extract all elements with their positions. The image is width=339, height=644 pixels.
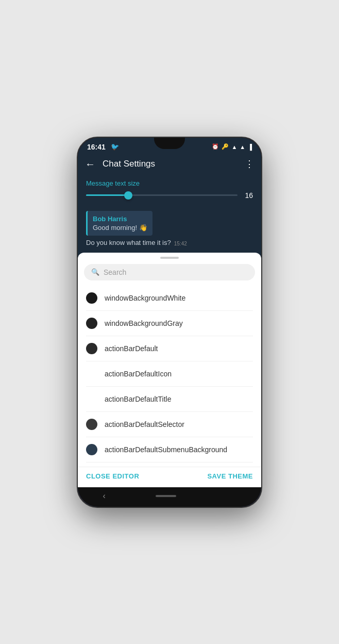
app-bar: ← Chat Settings ⋮ [78, 154, 261, 174]
status-time: 16:41 [87, 143, 106, 151]
theme-item-label: actionBarDefaultSubmenuBackground [105, 445, 227, 454]
save-theme-button[interactable]: SAVE THEME [207, 472, 253, 480]
theme-item-label: windowBackgroundWhite [105, 294, 185, 302]
slider-container: 16 [86, 191, 253, 200]
chat-plain-message: Do you know what time it is? [86, 239, 171, 246]
theme-item[interactable]: actionBarDefaultTitle [86, 387, 253, 412]
nav-bar: ‹ [78, 487, 261, 507]
sheet-handle [160, 257, 179, 259]
nav-back-button[interactable]: ‹ [103, 491, 105, 501]
color-dot [86, 318, 97, 329]
theme-item[interactable]: actionBarDefault [86, 336, 253, 361]
theme-item[interactable]: actionBarDefaultSubmenuItem [86, 463, 253, 467]
page-title: Chat Settings [103, 159, 245, 169]
section-label: Message text size [86, 179, 253, 187]
sheet-actions: CLOSE EDITOR SAVE THEME [78, 467, 261, 487]
search-icon: 🔍 [91, 268, 99, 276]
theme-item[interactable]: actionBarDefaultIcon [86, 361, 253, 387]
battery-icon: ▐ [248, 144, 252, 150]
color-dot [86, 343, 97, 354]
key-icon: 🔑 [222, 143, 229, 150]
chat-message-row: Do you know what time it is? 15:42 [86, 239, 253, 246]
theme-item-label: actionBarDefault [105, 344, 158, 353]
wifi-icon: ▲ [231, 144, 237, 150]
settings-area: Message text size 16 [78, 174, 261, 207]
color-dot [86, 419, 97, 430]
search-container: 🔍 Search [78, 264, 261, 286]
more-options-button[interactable]: ⋮ [245, 158, 254, 170]
status-left: 16:41 🐦 [87, 143, 119, 151]
nav-home-pill[interactable] [156, 495, 176, 497]
chat-message-time: 15:42 [174, 241, 187, 246]
bubble-sender-name: Bob Harris [93, 215, 147, 223]
notch [154, 138, 185, 149]
color-dot-empty [86, 368, 97, 379]
theme-item[interactable]: windowBackgroundGray [86, 311, 253, 336]
signal-icon: ▲ [240, 144, 245, 150]
color-dot [86, 444, 97, 455]
color-dot [86, 292, 97, 304]
phone-screen: 16:41 🐦 ⏰ 🔑 ▲ ▲ ▐ ← Chat Settings ⋮ Mess… [78, 138, 261, 507]
slider-track[interactable] [86, 194, 238, 196]
search-input[interactable]: Search [104, 268, 126, 276]
theme-list: windowBackgroundWhite windowBackgroundGr… [78, 286, 261, 467]
chat-bubble: Bob Harris Good morning! 👋 [86, 211, 152, 236]
theme-item[interactable]: windowBackgroundWhite [86, 286, 253, 311]
back-button[interactable]: ← [85, 158, 95, 170]
theme-item-label: actionBarDefaultTitle [105, 395, 171, 403]
bottom-sheet: 🔍 Search windowBackgroundWhite windowBac… [78, 253, 261, 487]
chat-preview: Bob Harris Good morning! 👋 Do you know w… [78, 207, 261, 253]
alarm-icon: ⏰ [212, 143, 219, 150]
close-editor-button[interactable]: CLOSE EDITOR [86, 472, 139, 480]
color-dot-empty [86, 393, 97, 405]
slider-value: 16 [243, 191, 253, 200]
theme-item-label: actionBarDefaultIcon [105, 370, 172, 378]
phone-frame: 16:41 🐦 ⏰ 🔑 ▲ ▲ ▐ ← Chat Settings ⋮ Mess… [77, 137, 262, 508]
theme-item[interactable]: actionBarDefaultSelector [86, 412, 253, 437]
theme-item-label: actionBarDefaultSelector [105, 420, 184, 428]
twitter-icon: 🐦 [111, 143, 119, 151]
bubble-message-text: Good morning! 👋 [93, 224, 147, 232]
status-right: ⏰ 🔑 ▲ ▲ ▐ [212, 143, 252, 150]
theme-item-label: windowBackgroundGray [105, 319, 183, 327]
slider-fill [86, 194, 128, 196]
search-bar[interactable]: 🔍 Search [84, 264, 255, 280]
theme-item[interactable]: actionBarDefaultSubmenuBackground [86, 437, 253, 463]
slider-thumb[interactable] [124, 191, 132, 200]
